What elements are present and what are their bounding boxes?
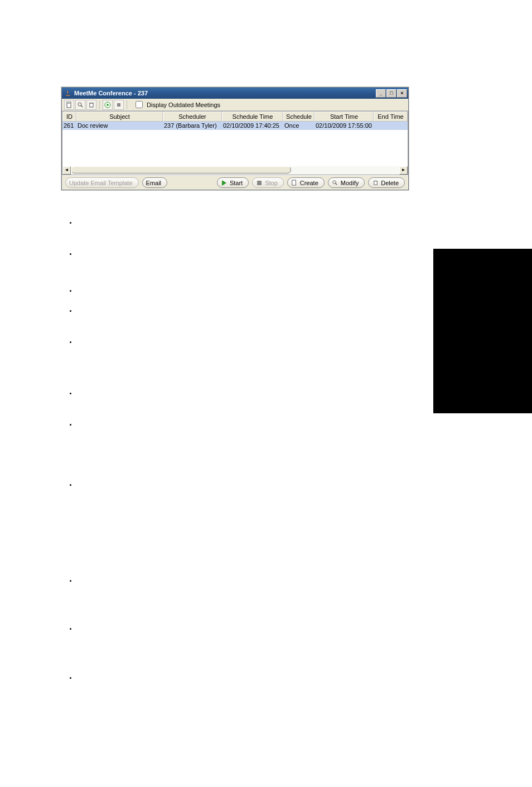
svg-rect-9 (292, 180, 296, 185)
modify-button[interactable]: Modify (328, 177, 365, 188)
svg-rect-8 (117, 103, 120, 107)
list-item (77, 421, 81, 425)
email-button[interactable]: Email (142, 177, 168, 188)
minimize-button[interactable]: _ (376, 89, 386, 98)
toolbar-delete-icon[interactable] (86, 100, 96, 110)
svg-line-11 (336, 183, 337, 185)
display-outdated-checkbox[interactable] (136, 101, 143, 108)
col-header-start-time[interactable]: Start Time (315, 112, 374, 122)
list-item (77, 577, 81, 581)
table-header: ID Subject Scheduler Schedule Time Sched… (62, 112, 408, 122)
svg-rect-0 (67, 102, 71, 108)
stop-button: Stop (252, 177, 284, 188)
meetme-conference-window: MeetMe Conference - 237 _ □ × Display Ou… (61, 87, 409, 190)
start-button[interactable]: Start (217, 177, 249, 188)
delete-icon (372, 180, 379, 186)
scroll-left-button[interactable]: ◄ (62, 166, 71, 175)
cell-schedule: Once (283, 122, 315, 130)
cell-start-time: 02/10/2009 17:55:00 (315, 122, 374, 130)
scroll-right-button[interactable]: ► (399, 166, 408, 175)
toolbar-stop-icon[interactable] (114, 100, 124, 110)
toolbar-separator (99, 100, 100, 109)
black-block (433, 249, 532, 413)
cell-schedule-time: 02/10/2009 17:40:25 (222, 122, 283, 130)
stop-icon (256, 180, 263, 186)
svg-line-3 (81, 105, 83, 107)
cell-end-time (374, 122, 408, 130)
bullet-list (67, 219, 81, 694)
svg-rect-12 (374, 181, 377, 185)
table-row[interactable]: 261 Doc review 237 (Barbara Tyler) 02/10… (62, 122, 408, 130)
table-body: 261 Doc review 237 (Barbara Tyler) 02/10… (62, 122, 408, 166)
window-title: MeetMe Conference - 237 (74, 90, 376, 96)
list-item (77, 338, 81, 342)
col-header-scheduler[interactable]: Scheduler (163, 112, 222, 122)
scroll-track[interactable] (71, 166, 399, 175)
maximize-button[interactable]: □ (386, 89, 396, 98)
list-item (77, 250, 81, 254)
create-button[interactable]: Create (287, 177, 325, 188)
svg-rect-4 (90, 103, 93, 107)
col-header-end-time[interactable]: End Time (374, 112, 408, 122)
list-item (77, 481, 81, 485)
svg-rect-13 (374, 181, 378, 181)
scroll-thumb[interactable] (71, 166, 291, 173)
list-item (77, 287, 81, 291)
toolbar-separator (127, 100, 127, 109)
svg-rect-1 (67, 103, 70, 104)
toolbar-start-icon[interactable] (103, 100, 113, 110)
java-icon (64, 89, 72, 97)
col-header-id[interactable]: ID (62, 112, 76, 122)
col-header-subject[interactable]: Subject (76, 112, 163, 122)
create-icon (291, 180, 298, 186)
play-icon (221, 180, 228, 186)
meetings-table: ID Subject Scheduler Schedule Time Sched… (62, 111, 408, 175)
svg-rect-5 (89, 103, 94, 104)
display-outdated-label: Display Outdated Meetings (147, 102, 220, 108)
col-header-schedule-time[interactable]: Schedule Time (222, 112, 283, 122)
toolbar-create-icon[interactable] (64, 100, 74, 110)
cell-id: 261 (62, 122, 76, 130)
col-header-schedule[interactable]: Schedule (283, 112, 315, 122)
modify-icon (332, 180, 338, 186)
footer-bar: Update Email Template Email Start Stop C… (62, 175, 408, 190)
close-button[interactable]: × (397, 89, 407, 98)
horizontal-scrollbar[interactable]: ◄ ► (62, 166, 408, 175)
list-item (77, 389, 81, 394)
toolbar-modify-icon[interactable] (75, 100, 85, 110)
display-outdated-checkbox-wrap[interactable]: Display Outdated Meetings (133, 99, 220, 110)
window-controls: _ □ × (376, 89, 407, 98)
cell-subject: Doc review (76, 122, 163, 130)
toolbar: Display Outdated Meetings (62, 99, 408, 111)
cell-scheduler: 237 (Barbara Tyler) (163, 122, 222, 130)
titlebar[interactable]: MeetMe Conference - 237 _ □ × (62, 88, 408, 99)
list-item (77, 219, 81, 223)
delete-button[interactable]: Delete (368, 177, 405, 188)
list-item (77, 625, 81, 629)
update-email-template-button: Update Email Template (65, 177, 139, 188)
list-item (77, 674, 81, 678)
list-item (77, 307, 81, 311)
